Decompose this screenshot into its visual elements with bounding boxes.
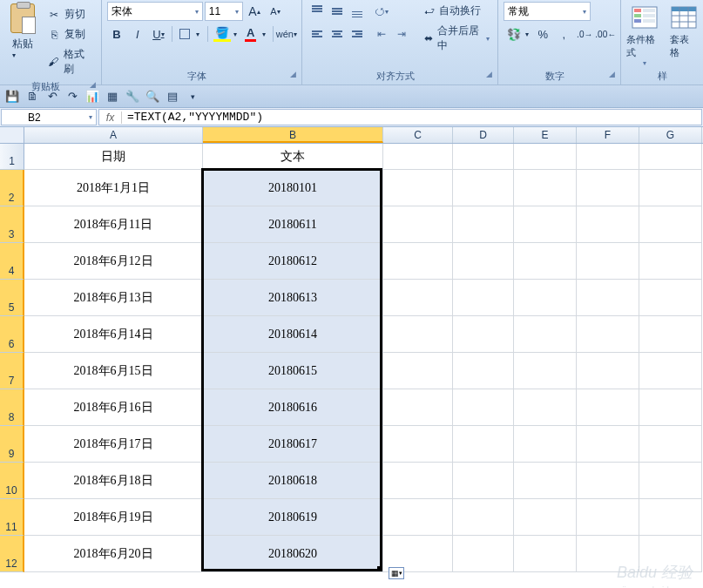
cell[interactable] <box>639 243 702 280</box>
font-name-combo[interactable]: 宋体 ▾ <box>107 2 203 21</box>
cell[interactable] <box>577 536 639 572</box>
cell[interactable] <box>383 426 453 463</box>
number-format-combo[interactable]: 常规 ▾ <box>504 2 591 21</box>
border-button[interactable]: ▾ <box>176 24 204 44</box>
increase-decimal-button[interactable]: .0→ <box>575 24 594 44</box>
bold-button[interactable]: B <box>107 24 126 44</box>
cell[interactable] <box>577 353 639 389</box>
qat-button[interactable]: ▤ <box>164 88 181 105</box>
cell[interactable]: 2018年1月1日 <box>24 170 203 206</box>
cell[interactable] <box>577 499 639 536</box>
cell[interactable] <box>514 499 577 536</box>
cell[interactable]: 20180613 <box>203 280 383 316</box>
row-header[interactable]: 10 <box>0 463 24 499</box>
row-header[interactable]: 9 <box>0 426 24 463</box>
cell[interactable] <box>577 206 639 243</box>
cell[interactable]: 2018年6月11日 <box>24 206 203 243</box>
cell[interactable] <box>383 206 453 243</box>
cell[interactable] <box>639 280 702 316</box>
qat-dropdown[interactable]: ▾ <box>184 88 201 105</box>
cell[interactable] <box>577 243 639 280</box>
cell[interactable] <box>453 243 514 280</box>
align-center-button[interactable] <box>328 24 347 44</box>
increase-font-button[interactable]: A▴ <box>245 2 264 21</box>
italic-button[interactable]: I <box>128 24 147 44</box>
format-painter-button[interactable]: 🖌 格式刷 <box>44 45 96 78</box>
cell[interactable] <box>453 280 514 316</box>
row-header[interactable]: 2 <box>0 170 24 206</box>
row-header[interactable]: 11 <box>0 499 24 536</box>
cell[interactable] <box>577 426 639 463</box>
select-all-corner[interactable] <box>0 127 24 143</box>
column-header-C[interactable]: C <box>383 127 453 143</box>
align-left-button[interactable] <box>308 24 327 44</box>
cell[interactable]: 20180611 <box>203 206 383 243</box>
cell[interactable]: 2018年6月14日 <box>24 316 203 353</box>
font-size-combo[interactable]: 11 ▾ <box>205 2 243 21</box>
merge-center-button[interactable]: ⬌ 合并后居中 ▾ <box>420 22 492 55</box>
cell[interactable] <box>514 280 577 316</box>
dialog-launcher-icon[interactable]: ◢ <box>290 70 296 78</box>
cell[interactable] <box>383 499 453 536</box>
cell[interactable]: 文本 <box>203 144 383 170</box>
cell[interactable] <box>577 389 639 426</box>
cell[interactable] <box>577 144 639 170</box>
save-button[interactable]: 💾 <box>3 88 21 105</box>
cell[interactable]: 20180619 <box>203 499 383 536</box>
cell[interactable] <box>453 316 514 353</box>
cell[interactable] <box>383 243 453 280</box>
cell[interactable] <box>383 316 453 353</box>
wrap-text-button[interactable]: ⮐ 自动换行 <box>420 2 492 20</box>
cell[interactable] <box>577 316 639 353</box>
cell[interactable] <box>639 316 702 353</box>
qat-button[interactable]: 📊 <box>84 88 101 105</box>
cell[interactable] <box>514 389 577 426</box>
cell[interactable]: 20180612 <box>203 243 383 280</box>
cell[interactable] <box>639 536 702 572</box>
row-header[interactable]: 12 <box>0 536 24 572</box>
dialog-launcher-icon[interactable]: ◢ <box>486 70 492 78</box>
conditional-format-button[interactable]: 条件格式 ▾ <box>626 3 663 67</box>
cell[interactable]: 20180616 <box>203 389 383 426</box>
cell[interactable] <box>383 389 453 426</box>
cell[interactable] <box>639 353 702 389</box>
cells-area[interactable]: 日期文本2018年1月1日201801012018年6月11日201806112… <box>24 144 702 572</box>
cell[interactable] <box>383 170 453 206</box>
cell[interactable] <box>453 144 514 170</box>
formula-input[interactable] <box>122 111 701 124</box>
cell[interactable]: 2018年6月12日 <box>24 243 203 280</box>
cell[interactable] <box>453 206 514 243</box>
row-header[interactable]: 5 <box>0 280 24 316</box>
row-header[interactable]: 4 <box>0 243 24 280</box>
qat-button[interactable]: 🔍 <box>144 88 161 105</box>
cell[interactable] <box>577 280 639 316</box>
column-header-F[interactable]: F <box>577 127 639 143</box>
column-header-D[interactable]: D <box>453 127 514 143</box>
cell[interactable]: 2018年6月19日 <box>24 499 203 536</box>
cell[interactable]: 2018年6月18日 <box>24 463 203 499</box>
decrease-font-button[interactable]: A▾ <box>266 2 285 21</box>
cell[interactable] <box>453 463 514 499</box>
fx-button[interactable]: fx <box>99 112 122 124</box>
column-header-G[interactable]: G <box>639 127 702 143</box>
row-header[interactable]: 8 <box>0 389 24 426</box>
cell[interactable]: 2018年6月15日 <box>24 353 203 389</box>
cell[interactable]: 2018年6月13日 <box>24 280 203 316</box>
cell[interactable]: 2018年6月17日 <box>24 426 203 463</box>
cell[interactable] <box>453 426 514 463</box>
align-middle-button[interactable] <box>328 2 347 21</box>
cell[interactable] <box>453 389 514 426</box>
cell[interactable] <box>514 426 577 463</box>
cell[interactable]: 20180620 <box>203 536 383 572</box>
fill-color-button[interactable]: 🪣 ▾ <box>212 24 240 44</box>
cell[interactable] <box>577 170 639 206</box>
cell[interactable] <box>639 144 702 170</box>
percent-button[interactable]: % <box>533 24 552 44</box>
cell[interactable] <box>514 463 577 499</box>
cell[interactable]: 日期 <box>24 144 203 170</box>
cell[interactable]: 20180618 <box>203 463 383 499</box>
cell[interactable] <box>639 463 702 499</box>
orientation-button[interactable]: ⭯▾ <box>372 2 391 21</box>
cell[interactable] <box>639 206 702 243</box>
name-box[interactable]: B2 ▾ <box>1 109 97 125</box>
